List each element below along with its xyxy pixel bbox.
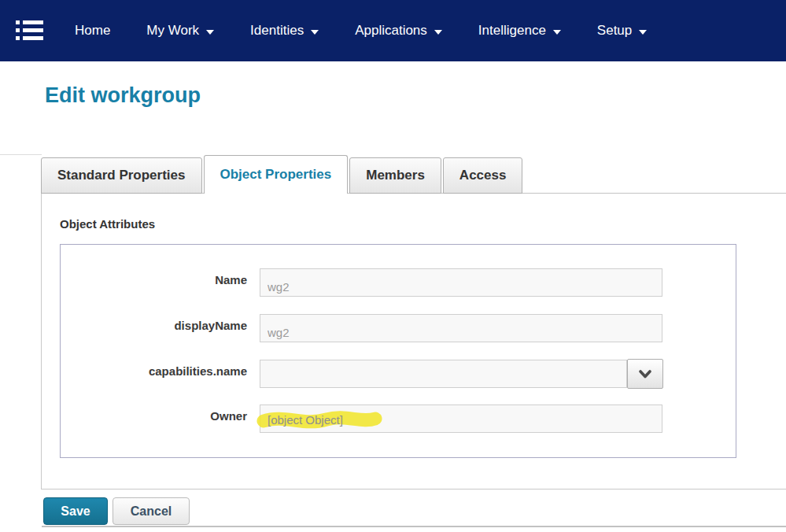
name-field-label: Name	[61, 273, 247, 286]
chevron-down-icon	[639, 370, 651, 379]
nav-item-label: Setup	[597, 23, 632, 39]
nav-item-applications[interactable]: Applications	[355, 23, 442, 39]
caret-down-icon	[553, 30, 561, 35]
form-row-owner: Owner [object Object]	[61, 405, 736, 434]
nav-item-label: Home	[75, 23, 110, 39]
tab-access[interactable]: Access	[443, 157, 523, 194]
capabilities-dropdown-button[interactable]	[627, 359, 663, 389]
form-row-name: Name	[61, 268, 736, 298]
capabilities-field[interactable]	[260, 360, 627, 388]
nav-item-label: My Work	[146, 23, 199, 39]
object-attributes-box: Name displayName capabilities.name Owner	[60, 244, 736, 458]
bottom-divider	[42, 526, 786, 527]
nav-item-home[interactable]: Home	[75, 23, 110, 39]
form-row-capabilities: capabilities.name	[61, 360, 736, 390]
tabstrip: Standard Properties Object Properties Me…	[41, 155, 524, 194]
nav-menu: Home My Work Identities Applications Int…	[75, 0, 683, 61]
nav-item-label: Applications	[355, 23, 427, 39]
tab-members[interactable]: Members	[349, 157, 441, 194]
list-menu-icon[interactable]	[16, 20, 44, 42]
owner-field-value: [object Object]	[268, 413, 343, 427]
form-row-displayname: displayName	[61, 314, 736, 344]
nav-item-setup[interactable]: Setup	[597, 23, 647, 39]
top-navbar: Home My Work Identities Applications Int…	[0, 0, 786, 61]
caret-down-icon	[206, 30, 214, 35]
capabilities-field-label: capabilities.name	[61, 364, 247, 378]
tab-object-properties[interactable]: Object Properties	[204, 155, 349, 194]
divider-line	[0, 154, 42, 155]
caret-down-icon	[434, 30, 442, 35]
save-button[interactable]: Save	[43, 497, 108, 525]
section-title: Object Attributes	[60, 217, 155, 231]
page-title: Edit workgroup	[45, 83, 201, 108]
displayname-field-label: displayName	[61, 319, 247, 332]
nav-item-intelligence[interactable]: Intelligence	[478, 23, 561, 39]
nav-item-label: Intelligence	[478, 23, 546, 39]
owner-field-label: Owner	[61, 409, 247, 423]
owner-field[interactable]: [object Object]	[260, 405, 662, 433]
nav-item-my-work[interactable]: My Work	[146, 23, 214, 39]
nav-item-identities[interactable]: Identities	[250, 23, 319, 39]
caret-down-icon	[639, 30, 647, 35]
displayname-field[interactable]	[260, 314, 662, 342]
name-field[interactable]	[260, 268, 662, 297]
nav-item-label: Identities	[250, 23, 304, 39]
tab-standard-properties[interactable]: Standard Properties	[41, 157, 202, 194]
cancel-button[interactable]: Cancel	[113, 497, 190, 525]
object-properties-panel: Object Attributes Name displayName capab…	[41, 194, 786, 490]
caret-down-icon	[311, 30, 319, 35]
